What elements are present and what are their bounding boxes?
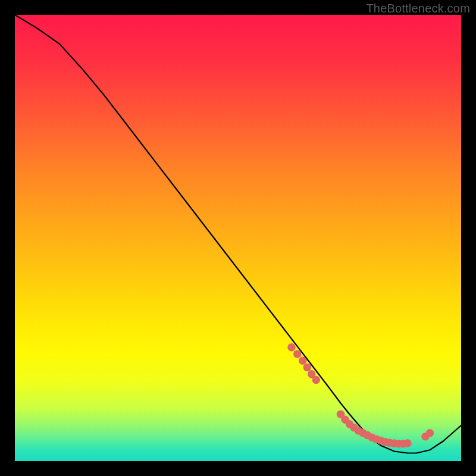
bottleneck-curve [15, 15, 461, 453]
highlight-dot [293, 350, 302, 358]
plot-area [15, 15, 461, 461]
highlight-dot [403, 439, 412, 447]
plot-overlay [15, 15, 461, 461]
highlight-dot [426, 429, 434, 437]
highlight-dot [299, 357, 307, 365]
highlight-dot [287, 343, 295, 352]
highlight-dots [287, 343, 434, 448]
chart-stage: TheBottleneck.com [0, 0, 476, 476]
watermark-text: TheBottleneck.com [366, 2, 470, 15]
highlight-dot [312, 376, 321, 384]
highlight-dot [303, 364, 312, 372]
